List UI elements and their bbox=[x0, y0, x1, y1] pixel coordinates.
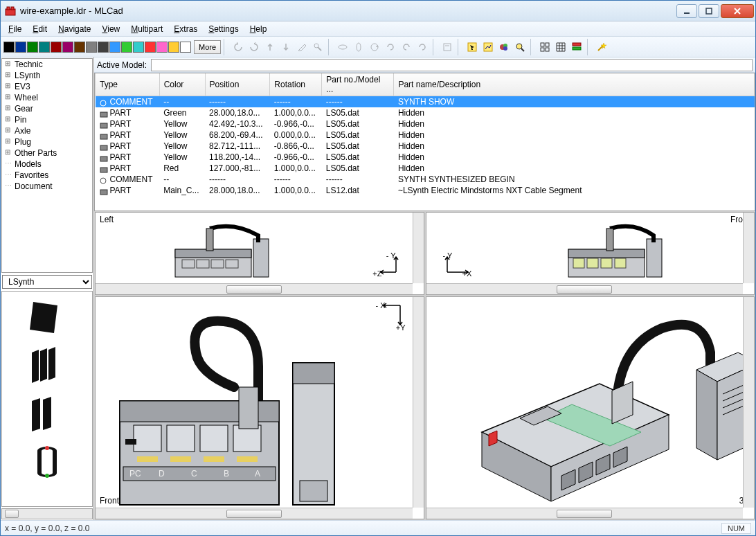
menu-extras[interactable]: Extras bbox=[169, 23, 202, 35]
table-row[interactable]: PARTMain_C...28.000,18.0...1.000,0.0...L… bbox=[96, 185, 755, 196]
tree-item[interactable]: EV3 bbox=[5, 81, 92, 92]
column-header[interactable]: Type bbox=[96, 73, 160, 96]
edit-icon[interactable] bbox=[294, 39, 309, 55]
rot-x-icon[interactable] bbox=[335, 39, 350, 55]
scrollbar-horizontal[interactable] bbox=[426, 508, 744, 519]
color-swatch[interactable] bbox=[62, 42, 73, 53]
scrollbar-vertical[interactable] bbox=[743, 213, 754, 283]
table-row[interactable]: PARTYellow68.200,-69.4...0.000,0.0...LS0… bbox=[96, 129, 755, 141]
color-swatch[interactable] bbox=[15, 42, 26, 53]
color-swatch[interactable] bbox=[121, 42, 132, 53]
move-up-icon[interactable] bbox=[262, 39, 278, 55]
tree-item[interactable]: LSynth bbox=[5, 70, 92, 81]
color-swatch[interactable] bbox=[51, 42, 62, 53]
part-thumb[interactable] bbox=[23, 441, 71, 484]
color-swatch[interactable] bbox=[168, 42, 179, 53]
column-header[interactable]: Rotation bbox=[270, 73, 322, 96]
part-thumb[interactable] bbox=[23, 344, 71, 387]
grid-icon[interactable] bbox=[553, 39, 568, 55]
scrollbar-vertical[interactable] bbox=[743, 297, 754, 508]
menu-view[interactable]: View bbox=[97, 23, 125, 35]
parts-list[interactable]: TypeColorPositionRotationPart no./Model … bbox=[94, 73, 755, 211]
more-colors-button[interactable]: More bbox=[194, 40, 221, 54]
preview-scrollbar[interactable] bbox=[1, 508, 93, 519]
viewport-3d[interactable]: 3D bbox=[426, 296, 755, 519]
table-row[interactable]: PARTRed127.000,-81...1.000,0.0...LS05.da… bbox=[96, 163, 755, 174]
tree-item[interactable]: Axle bbox=[5, 125, 92, 136]
tree-item[interactable]: Gear bbox=[5, 103, 92, 114]
color-swatch[interactable] bbox=[180, 42, 191, 53]
refresh-icon[interactable] bbox=[383, 39, 398, 55]
paint-tool-icon[interactable] bbox=[496, 39, 512, 55]
color-swatch[interactable] bbox=[27, 42, 38, 53]
color-swatch[interactable] bbox=[98, 42, 109, 53]
svg-text:A: A bbox=[255, 469, 260, 479]
color-swatch[interactable] bbox=[3, 42, 15, 53]
menu-file[interactable]: File bbox=[3, 23, 26, 35]
tree-item[interactable]: Models bbox=[5, 159, 92, 170]
menu-settings[interactable]: Settings bbox=[204, 23, 243, 35]
rot-y-icon[interactable] bbox=[351, 39, 366, 55]
scrollbar-horizontal[interactable] bbox=[96, 283, 413, 294]
color-swatch[interactable] bbox=[156, 42, 168, 53]
svg-rect-22 bbox=[546, 48, 549, 51]
tree-item[interactable]: Wheel bbox=[5, 92, 92, 103]
rot-z-icon[interactable] bbox=[367, 39, 382, 55]
minimize-button[interactable] bbox=[676, 4, 697, 18]
tree-item[interactable]: Other Parts bbox=[5, 148, 92, 159]
tree-item[interactable]: Technic bbox=[5, 59, 92, 70]
category-select[interactable]: LSynth bbox=[2, 275, 92, 289]
color-swatch[interactable] bbox=[109, 42, 120, 53]
menu-multipart[interactable]: Multipart bbox=[126, 23, 168, 35]
tree-item[interactable]: Pin bbox=[5, 114, 92, 125]
redo-icon[interactable] bbox=[415, 39, 430, 55]
table-row[interactable]: COMMENT--------------------SYNTH SHOW bbox=[96, 96, 755, 108]
maximize-button[interactable] bbox=[699, 4, 719, 18]
column-header[interactable]: Color bbox=[159, 73, 205, 96]
column-header[interactable]: Part no./Model ... bbox=[322, 73, 394, 96]
tree-item[interactable]: Document bbox=[5, 181, 92, 192]
parts-list-icon[interactable] bbox=[569, 39, 584, 55]
active-model-dropdown[interactable] bbox=[151, 59, 753, 71]
calc-icon[interactable] bbox=[440, 39, 455, 55]
table-row[interactable]: COMMENT--------------------SYNTH SYNTHES… bbox=[96, 174, 755, 185]
scrollbar-vertical[interactable] bbox=[413, 297, 424, 508]
color-swatch[interactable] bbox=[145, 42, 156, 53]
color-swatch[interactable] bbox=[74, 42, 85, 53]
color-swatch[interactable] bbox=[133, 42, 144, 53]
table-row[interactable]: PARTGreen28.000,18.0...1.000,0.0...LS05.… bbox=[96, 107, 755, 118]
graph-tool-icon[interactable] bbox=[480, 39, 496, 55]
color-swatch[interactable] bbox=[86, 42, 97, 53]
column-header[interactable]: Position bbox=[205, 73, 270, 96]
table-row[interactable]: PARTYellow42.492,-10.3...-0.966,-0...LS0… bbox=[96, 118, 755, 129]
tree-item[interactable]: Plug bbox=[5, 136, 92, 148]
part-preview-pane[interactable] bbox=[1, 291, 93, 507]
close-button[interactable] bbox=[721, 4, 754, 18]
menu-navigate[interactable]: Navigate bbox=[53, 23, 96, 35]
select-tool-icon[interactable] bbox=[465, 39, 480, 55]
undo-icon[interactable] bbox=[399, 39, 414, 55]
rotate-right-icon[interactable] bbox=[246, 39, 262, 55]
table-row[interactable]: PARTYellow118.200,-14...-0.966,-0...LS05… bbox=[96, 152, 755, 163]
rotate-left-icon[interactable] bbox=[231, 39, 246, 55]
zoom-tool-icon[interactable] bbox=[512, 39, 528, 55]
viewport-front-small[interactable]: Front - Y +X bbox=[426, 212, 755, 295]
tree-item[interactable]: Favorites bbox=[5, 170, 92, 181]
viewport-front-large[interactable]: Front - X +Y bbox=[95, 296, 424, 519]
scrollbar-horizontal[interactable] bbox=[426, 283, 744, 294]
layout-icon[interactable] bbox=[537, 39, 552, 55]
table-row[interactable]: PARTYellow82.712,-111...-0.866,-0...LS05… bbox=[96, 141, 755, 152]
viewport-left[interactable]: Left - Y +Z bbox=[95, 212, 424, 295]
wand-icon[interactable] bbox=[594, 39, 609, 55]
menu-edit[interactable]: Edit bbox=[28, 23, 52, 35]
menu-help[interactable]: Help bbox=[245, 23, 272, 35]
scrollbar-vertical[interactable] bbox=[413, 213, 424, 283]
column-header[interactable]: Part name/Description bbox=[394, 73, 755, 96]
part-thumb[interactable] bbox=[23, 393, 71, 436]
tool-icon[interactable] bbox=[310, 39, 325, 55]
color-swatch[interactable] bbox=[39, 42, 50, 53]
scrollbar-horizontal[interactable] bbox=[96, 508, 413, 519]
move-down-icon[interactable] bbox=[278, 39, 294, 55]
part-thumb[interactable] bbox=[23, 296, 71, 339]
category-tree[interactable]: TechnicLSynthEV3WheelGearPinAxlePlugOthe… bbox=[1, 58, 93, 273]
